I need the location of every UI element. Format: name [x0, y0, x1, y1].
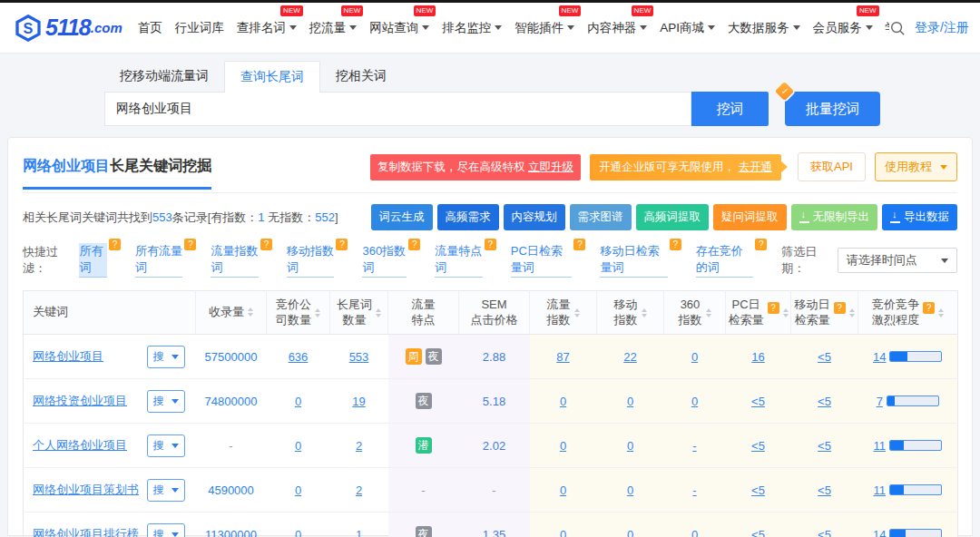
- longtail-count-link[interactable]: 19: [352, 395, 365, 408]
- nav-item[interactable]: 网站查询NEW: [363, 3, 436, 54]
- longtail-count-link[interactable]: 553: [349, 350, 369, 364]
- tab-item[interactable]: 挖相关词: [320, 61, 402, 92]
- tab-item[interactable]: 挖移动端流量词: [104, 61, 224, 92]
- competition-link[interactable]: 7: [877, 395, 883, 408]
- bid-companies-link[interactable]: 636: [289, 350, 309, 364]
- search-icon[interactable]: [889, 20, 906, 36]
- longtail-count-link[interactable]: 2: [356, 483, 362, 497]
- help-icon[interactable]: ?: [755, 239, 767, 250]
- index-360-link[interactable]: 0: [691, 528, 698, 537]
- help-icon[interactable]: ?: [834, 302, 846, 314]
- sort-icon[interactable]: [248, 308, 253, 317]
- bid-companies-link[interactable]: 0: [295, 439, 301, 453]
- nav-item[interactable]: 排名监控: [436, 3, 508, 54]
- filter-link[interactable]: 360指数词?: [362, 243, 420, 278]
- index-360-link[interactable]: 0: [691, 350, 698, 364]
- sort-icon[interactable]: [938, 308, 944, 317]
- search-mini-button[interactable]: 搜: [147, 346, 185, 368]
- action-button[interactable]: 高频需求: [437, 204, 499, 230]
- index-360-link[interactable]: 0: [691, 395, 698, 408]
- help-icon[interactable]: ?: [768, 302, 779, 314]
- help-icon[interactable]: ?: [260, 239, 272, 250]
- nav-item[interactable]: 智能插件NEW: [508, 3, 581, 54]
- tutorial-button[interactable]: 使用教程: [875, 152, 957, 181]
- action-button[interactable]: 疑问词提取: [713, 204, 787, 230]
- nav-item[interactable]: 内容神器NEW: [581, 3, 653, 54]
- flow-index-link[interactable]: 0: [560, 483, 566, 497]
- nav-item[interactable]: 挖流量NEW: [303, 3, 364, 54]
- index-360-link[interactable]: -: [692, 439, 696, 453]
- batch-dig-button[interactable]: 批量挖词: [785, 92, 880, 126]
- competition-link[interactable]: 14: [873, 528, 886, 537]
- keyword-link[interactable]: 网络创业项目策划书: [33, 482, 139, 498]
- filter-link[interactable]: 流量指数词?: [211, 243, 271, 278]
- pc-daily-search-link[interactable]: <5: [751, 483, 765, 497]
- sort-icon[interactable]: [376, 308, 381, 317]
- pc-daily-search-link[interactable]: <5: [751, 528, 765, 537]
- sort-icon[interactable]: [706, 308, 711, 317]
- action-button[interactable]: 需求图谱: [570, 204, 632, 230]
- mobile-daily-search-link[interactable]: <5: [818, 528, 831, 537]
- keyword-link[interactable]: 网络创业项目: [33, 348, 103, 365]
- index-360-link[interactable]: -: [692, 483, 696, 497]
- action-button[interactable]: 内容规划: [504, 204, 565, 230]
- keyword-link[interactable]: 个人网络创业项目: [33, 437, 127, 454]
- mobile-daily-search-link[interactable]: <5: [818, 395, 831, 408]
- flow-index-link[interactable]: 0: [560, 439, 566, 453]
- help-icon[interactable]: ?: [184, 239, 196, 250]
- mobile-daily-search-link[interactable]: <5: [818, 439, 831, 453]
- pc-daily-search-link[interactable]: 16: [751, 350, 764, 364]
- nav-item[interactable]: 会员服务NEW: [807, 3, 879, 54]
- bid-companies-link[interactable]: 0: [295, 483, 301, 497]
- help-icon[interactable]: ?: [573, 239, 585, 250]
- sort-icon[interactable]: [642, 308, 647, 317]
- bid-companies-link[interactable]: 0: [295, 528, 301, 537]
- get-api-button[interactable]: 获取API: [798, 152, 866, 181]
- help-icon[interactable]: ?: [336, 239, 348, 250]
- mobile-index-link[interactable]: 0: [627, 395, 633, 408]
- competition-link[interactable]: 14: [873, 350, 886, 364]
- filter-link[interactable]: 移动指数词?: [287, 243, 348, 278]
- search-mini-button[interactable]: 搜: [147, 434, 185, 457]
- help-icon[interactable]: ?: [109, 239, 121, 250]
- mobile-index-link[interactable]: 22: [623, 350, 636, 364]
- search-mini-button[interactable]: 搜: [147, 479, 185, 502]
- filter-link[interactable]: 移动日检索量词?: [600, 243, 681, 278]
- action-button[interactable]: 高频词提取: [636, 204, 710, 230]
- sort-icon[interactable]: [574, 308, 580, 317]
- sort-icon[interactable]: [849, 308, 855, 317]
- action-button[interactable]: 导出数据: [882, 204, 957, 230]
- login-register-link[interactable]: 登录/注册: [915, 20, 969, 36]
- nav-item[interactable]: 首页: [132, 3, 169, 54]
- keyword-input[interactable]: [104, 92, 691, 126]
- open-enterprise-link[interactable]: 去开通: [739, 161, 773, 173]
- flow-index-link[interactable]: 87: [556, 350, 569, 364]
- flow-index-link[interactable]: 0: [560, 528, 566, 537]
- tab-active[interactable]: 查询长尾词: [224, 61, 320, 93]
- filter-link[interactable]: 所有流量词?: [135, 243, 196, 278]
- search-mini-button[interactable]: 搜: [147, 390, 185, 413]
- help-icon[interactable]: ?: [670, 239, 681, 250]
- pc-daily-search-link[interactable]: <5: [751, 395, 765, 408]
- upgrade-now-link[interactable]: 立即升级: [528, 161, 573, 173]
- help-icon[interactable]: ?: [923, 302, 935, 314]
- longtail-count-link[interactable]: 2: [356, 439, 362, 453]
- mobile-index-link[interactable]: 0: [627, 439, 633, 453]
- flow-index-link[interactable]: 0: [560, 395, 566, 408]
- help-icon[interactable]: ?: [485, 239, 496, 250]
- mobile-index-link[interactable]: 0: [627, 483, 633, 497]
- help-icon[interactable]: ?: [408, 239, 420, 250]
- filter-link[interactable]: 流量特点词?: [435, 243, 495, 278]
- filter-link[interactable]: 存在竞价的词?: [696, 243, 767, 278]
- nav-item[interactable]: 大数据服务: [721, 3, 807, 54]
- search-mini-button[interactable]: 搜: [147, 523, 185, 537]
- sort-icon[interactable]: [315, 308, 320, 317]
- keyword-link[interactable]: 网络创业项目排行榜: [33, 526, 139, 537]
- mobile-daily-search-link[interactable]: <5: [818, 483, 831, 497]
- dig-words-button[interactable]: 挖词: [691, 92, 769, 126]
- mobile-index-link[interactable]: 0: [627, 528, 633, 537]
- competition-link[interactable]: 11: [874, 439, 887, 453]
- action-button[interactable]: 词云生成: [371, 204, 433, 230]
- competition-link[interactable]: 11: [874, 483, 887, 497]
- sort-icon[interactable]: [783, 308, 789, 317]
